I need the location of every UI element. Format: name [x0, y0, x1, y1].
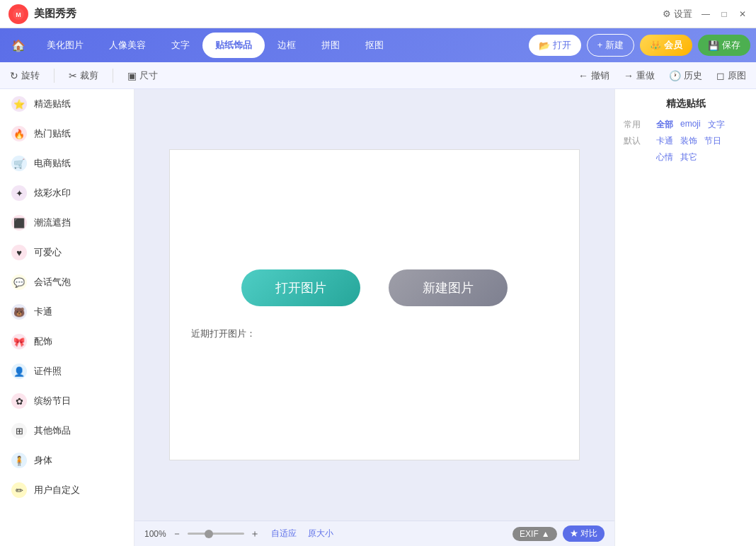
tab-sticker[interactable]: 贴纸饰品	[202, 33, 265, 58]
settings-button[interactable]: ⚙ 设置	[663, 8, 692, 21]
sidebar-item-cartoon[interactable]: 🐻 卡通	[0, 297, 134, 327]
open-image-button[interactable]: 打开图片	[241, 269, 360, 306]
filter-tags-1: 全部 emoji 文字	[656, 119, 725, 131]
cute-icon: ♥	[11, 245, 27, 260]
idphoto-icon: 👤	[11, 364, 27, 379]
contrast-button[interactable]: ★ 对比	[563, 525, 605, 542]
rotate-icon: ↻	[10, 70, 18, 81]
filter-tag-all[interactable]: 全部	[656, 119, 673, 131]
sidebar-item-bubble[interactable]: 💬 会话气泡	[0, 267, 134, 297]
filter-label-empty	[624, 151, 645, 163]
sidebar-item-custom[interactable]: ✏ 用户自定义	[0, 475, 134, 505]
exif-button[interactable]: EXIF ▲	[512, 527, 557, 541]
nav-actions: 📂 打开 + 新建 👑 会员 💾 保存	[529, 34, 750, 57]
featured-icon: ⭐	[11, 96, 27, 112]
maximize-button[interactable]: □	[719, 9, 729, 19]
rotate-tool[interactable]: ↻ 旋转	[10, 69, 40, 82]
bubble-icon: 💬	[11, 274, 27, 290]
filter-row-3: 心情 其它	[624, 151, 748, 163]
fashion-icon: ⬛	[11, 215, 27, 231]
sidebar-item-accessory[interactable]: 🎀 配饰	[0, 327, 134, 356]
fit-button[interactable]: 自适应	[271, 528, 297, 540]
canvas-buttons: 打开图片 新建图片	[241, 269, 508, 306]
sidebar-item-hot[interactable]: 🔥 热门贴纸	[0, 119, 134, 149]
crop-icon: ✂	[69, 70, 77, 81]
history-icon: 🕐	[669, 70, 681, 81]
canvas-board: 打开图片 新建图片 近期打开图片：	[169, 149, 580, 460]
home-button[interactable]: 🏠	[6, 33, 31, 58]
filter-tag-other[interactable]: 其它	[680, 151, 697, 163]
accessory-icon: 🎀	[11, 334, 27, 349]
chevron-up-icon: ▲	[542, 529, 550, 539]
history-tool[interactable]: 🕐 历史	[669, 69, 702, 82]
tool-separator-2	[113, 69, 113, 83]
filter-tag-mood[interactable]: 心情	[656, 151, 673, 163]
redo-tool[interactable]: → 重做	[624, 69, 655, 82]
undo-icon: ←	[578, 70, 588, 81]
tab-text[interactable]: 文字	[159, 33, 202, 58]
sidebar-item-watermark[interactable]: ✦ 炫彩水印	[0, 178, 134, 208]
app-name: 美图秀秀	[34, 7, 663, 21]
filter-section-1: 常用 全部 emoji 文字 默认 卡通 装饰 节日 心情	[624, 119, 748, 163]
main-layout: ⭐ 精选贴纸 🔥 热门贴纸 🛒 电商贴纸 ✦ 炫彩水印 ⬛ 潮流遮挡 ♥ 可爱心…	[0, 89, 756, 546]
minimize-button[interactable]: —	[701, 9, 711, 19]
filter-tag-emoji[interactable]: emoji	[680, 119, 701, 131]
zoom-percent: 100%	[144, 529, 166, 539]
sidebar-item-featured[interactable]: ⭐ 精选贴纸	[0, 89, 134, 119]
open-button[interactable]: 📂 打开	[529, 35, 581, 56]
canvas-area: 打开图片 新建图片 近期打开图片： 100% － ＋ 自适应 原大小 EXIF …	[134, 89, 614, 546]
ecommerce-icon: 🛒	[11, 156, 27, 171]
watermark-icon: ✦	[11, 185, 27, 201]
filter-row-2: 默认 卡通 装饰 节日	[624, 135, 748, 147]
filter-tag-festival[interactable]: 节日	[704, 135, 721, 147]
size-tool[interactable]: ▣ 尺寸	[127, 69, 158, 82]
tab-portrait[interactable]: 人像美容	[96, 33, 159, 58]
zoom-plus-button[interactable]: ＋	[250, 528, 260, 540]
sidebar-item-cute[interactable]: ♥ 可爱心	[0, 238, 134, 267]
original-size-button[interactable]: 原大小	[308, 528, 333, 540]
zoom-slider[interactable]	[188, 533, 244, 535]
sidebar-item-festival[interactable]: ✿ 缤纷节日	[0, 386, 134, 416]
filter-tag-text[interactable]: 文字	[708, 119, 725, 131]
sidebar-item-other[interactable]: ⊞ 其他饰品	[0, 416, 134, 446]
new-button[interactable]: + 新建	[587, 34, 634, 57]
gear-icon: ⚙	[663, 8, 671, 19]
panel-title: 精选贴纸	[624, 98, 748, 110]
bottom-bar: 100% － ＋ 自适应 原大小 EXIF ▲ ★ 对比	[134, 521, 614, 546]
title-bar-controls: ⚙ 设置 — □ ✕	[663, 8, 748, 21]
title-bar: M 美图秀秀 ⚙ 设置 — □ ✕	[0, 0, 756, 28]
sidebar-item-idphoto[interactable]: 👤 证件照	[0, 356, 134, 386]
save-button[interactable]: 💾 保存	[698, 35, 750, 56]
tab-crop[interactable]: 抠图	[353, 33, 396, 58]
filter-label-common: 常用	[624, 119, 645, 131]
filter-row-1: 常用 全部 emoji 文字	[624, 119, 748, 131]
body-icon: 🧍	[11, 453, 27, 468]
filter-tag-cartoon[interactable]: 卡通	[656, 135, 673, 147]
tab-border[interactable]: 边框	[265, 33, 309, 58]
sidebar: ⭐ 精选贴纸 🔥 热门贴纸 🛒 电商贴纸 ✦ 炫彩水印 ⬛ 潮流遮挡 ♥ 可爱心…	[0, 89, 134, 546]
redo-icon: →	[624, 70, 634, 81]
zoom-handle[interactable]	[205, 530, 213, 538]
filter-tag-decor[interactable]: 装饰	[680, 135, 697, 147]
undo-tool[interactable]: ← 撤销	[578, 69, 609, 82]
vip-button[interactable]: 👑 会员	[640, 35, 692, 56]
new-image-button[interactable]: 新建图片	[389, 269, 508, 306]
close-button[interactable]: ✕	[738, 9, 748, 19]
filter-tags-3: 心情 其它	[656, 151, 697, 163]
right-panel: 精选贴纸 常用 全部 emoji 文字 默认 卡通 装饰 节日	[614, 89, 756, 546]
original-icon: ◻	[716, 70, 725, 81]
sidebar-item-ecommerce[interactable]: 🛒 电商贴纸	[0, 149, 134, 178]
save-icon: 💾	[708, 40, 719, 51]
tab-beautify[interactable]: 美化图片	[34, 33, 96, 58]
other-icon: ⊞	[11, 423, 27, 438]
sidebar-item-fashion[interactable]: ⬛ 潮流遮挡	[0, 208, 134, 238]
crop-tool[interactable]: ✂ 裁剪	[69, 69, 98, 82]
app-logo: M	[8, 4, 28, 24]
svg-text:M: M	[16, 11, 21, 18]
canvas-container: 打开图片 新建图片 近期打开图片：	[134, 89, 614, 521]
zoom-minus-button[interactable]: －	[172, 528, 182, 540]
festival-icon: ✿	[11, 393, 27, 409]
sidebar-item-body[interactable]: 🧍 身体	[0, 446, 134, 475]
tab-collage[interactable]: 拼图	[309, 33, 353, 58]
original-tool[interactable]: ◻ 原图	[716, 69, 746, 82]
